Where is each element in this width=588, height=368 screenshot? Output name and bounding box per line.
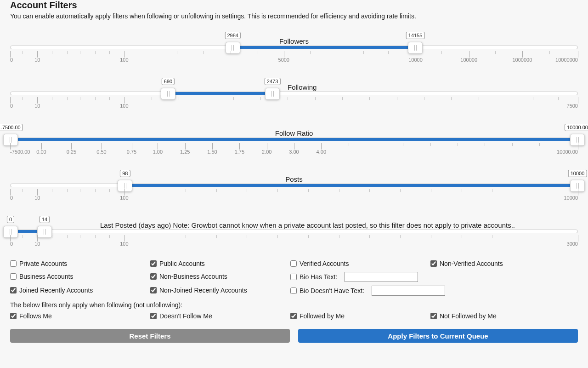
page-title: Account Filters bbox=[10, 0, 578, 11]
checkbox-doesnt-follow-me-label: Doesn't Follow Me bbox=[159, 312, 212, 320]
slider-followers-range bbox=[233, 46, 415, 49]
slider-followRatio-label: Follow Ratio bbox=[275, 129, 313, 137]
slider-posts: Posts981000001010010000 bbox=[10, 166, 578, 202]
checkbox-grid: Private Accounts Public Accounts Verifie… bbox=[10, 258, 578, 322]
checkbox-not-followed-by-me[interactable] bbox=[430, 313, 437, 319]
checkbox-non-joined-recently[interactable] bbox=[150, 287, 157, 293]
slider-following-range bbox=[168, 92, 272, 95]
slider-lastPosted-track[interactable]: 014 bbox=[10, 230, 578, 233]
checkbox-doesnt-follow-me[interactable] bbox=[150, 313, 157, 319]
slider-posts-track[interactable]: 9810000 bbox=[10, 184, 578, 187]
bio-lacks-input[interactable] bbox=[372, 286, 445, 296]
slider-following: Following69024730101007500 bbox=[10, 74, 578, 110]
page-description: You can enable automatically apply filte… bbox=[10, 12, 578, 20]
checkbox-followed-by-me-label: Followed by Me bbox=[300, 312, 345, 320]
checkbox-follows-me[interactable] bbox=[10, 313, 17, 319]
slider-posts-value-low: 98 bbox=[120, 170, 130, 177]
checkbox-bio-has-label: Bio Has Text: bbox=[300, 273, 337, 281]
slider-posts-ticks: 01010010000 bbox=[10, 189, 578, 202]
slider-following-track[interactable]: 6902473 bbox=[10, 92, 578, 95]
slider-followers-value-high: 14155 bbox=[406, 32, 425, 39]
checkbox-bio-lacks[interactable] bbox=[290, 288, 297, 294]
checkbox-bio-lacks-label: Bio Doesn't Have Text: bbox=[300, 287, 364, 294]
checkbox-non-joined-recently-label: Non-Joined Recently Accounts bbox=[159, 287, 247, 294]
checkbox-private[interactable] bbox=[10, 260, 17, 267]
slider-posts-range bbox=[125, 184, 577, 187]
slider-followers-value-low: 2984 bbox=[225, 32, 240, 39]
checkbox-follows-me-label: Follows Me bbox=[19, 312, 52, 320]
checkbox-not-followed-by-me-label: Not Followed by Me bbox=[440, 312, 497, 320]
slider-followRatio-value-high: 10000.00 bbox=[565, 124, 588, 131]
bio-has-input[interactable] bbox=[345, 272, 418, 282]
checkbox-public[interactable] bbox=[150, 260, 157, 267]
slider-followers: Followers2984141550101005000100001000001… bbox=[10, 28, 578, 64]
slider-followers-label: Followers bbox=[279, 37, 309, 45]
slider-lastPosted-value-high: 14 bbox=[40, 216, 50, 223]
checkbox-verified-label: Verified Accounts bbox=[300, 260, 349, 267]
slider-lastPosted-label: Last Posted (days ago) Note: Growbot can… bbox=[10, 221, 515, 229]
slider-followers-track[interactable]: 298414155 bbox=[10, 46, 578, 49]
slider-following-value-high: 2473 bbox=[265, 78, 280, 85]
slider-followRatio: Follow Ratio-7500.0010000.00-7500.000.00… bbox=[10, 120, 578, 156]
follow-note: The below filters only apply when follow… bbox=[10, 301, 578, 309]
slider-posts-label: Posts bbox=[285, 175, 303, 183]
checkbox-non-verified-label: Non-Verified Accounts bbox=[440, 260, 503, 267]
slider-following-value-low: 690 bbox=[162, 78, 175, 85]
slider-followRatio-value-low: -7500.00 bbox=[0, 124, 23, 131]
slider-followers-ticks: 010100500010000100000100000010000000 bbox=[10, 51, 578, 64]
slider-followRatio-range bbox=[11, 138, 577, 141]
checkbox-joined-recently-label: Joined Recently Accounts bbox=[19, 287, 93, 294]
slider-lastPosted-value-low: 0 bbox=[7, 216, 14, 223]
slider-posts-value-high: 10000 bbox=[568, 170, 587, 177]
checkbox-business-label: Business Accounts bbox=[19, 273, 74, 280]
checkbox-joined-recently[interactable] bbox=[10, 287, 17, 293]
slider-followRatio-ticks: -7500.000.000.250.500.751.001.251.501.75… bbox=[10, 143, 578, 156]
checkbox-private-label: Private Accounts bbox=[19, 260, 67, 267]
slider-lastPosted: Last Posted (days ago) Note: Growbot can… bbox=[10, 212, 578, 248]
slider-lastPosted-ticks: 0101003000 bbox=[10, 235, 578, 248]
checkbox-followed-by-me[interactable] bbox=[290, 313, 297, 319]
slider-followRatio-track[interactable]: -7500.0010000.00 bbox=[10, 138, 578, 141]
apply-filters-button[interactable]: Apply Filters to Current Queue bbox=[298, 329, 578, 343]
checkbox-bio-has[interactable] bbox=[290, 274, 297, 280]
checkbox-public-label: Public Accounts bbox=[159, 260, 205, 267]
reset-filters-button[interactable]: Reset Filters bbox=[10, 329, 290, 343]
slider-following-ticks: 0101007500 bbox=[10, 97, 578, 110]
checkbox-non-business[interactable] bbox=[150, 273, 157, 280]
checkbox-non-verified[interactable] bbox=[430, 260, 437, 267]
checkbox-verified[interactable] bbox=[290, 260, 297, 267]
checkbox-business[interactable] bbox=[10, 273, 17, 280]
checkbox-non-business-label: Non-Business Accounts bbox=[159, 273, 227, 280]
